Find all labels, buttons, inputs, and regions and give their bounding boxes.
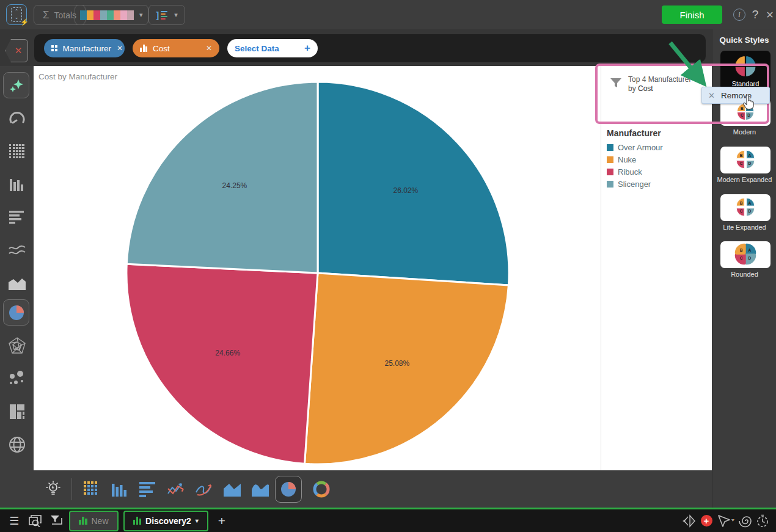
sort-icon: ] <box>156 10 167 20</box>
remove-field-icon[interactable]: ✕ <box>117 44 123 53</box>
quick-style-rounded[interactable]: ADCB <box>720 241 771 268</box>
legend-item[interactable]: Slicenger <box>607 180 712 189</box>
legend-item[interactable]: Ribuck <box>607 167 712 177</box>
lightning-icon: ⚡ <box>20 18 29 26</box>
viz-column-button[interactable] <box>106 476 133 503</box>
sidebar-item-grid[interactable] <box>0 138 34 165</box>
field-pill-tray: Manufacturer ✕ Cost ✕ Select Data + <box>34 34 706 62</box>
render-perf-button[interactable] <box>682 514 697 528</box>
remove-x-icon: ✕ <box>708 91 715 100</box>
info-button[interactable]: i <box>732 7 747 22</box>
quick-style-modern-expanded[interactable]: ADCB <box>720 147 771 173</box>
sidebar-item-area-chart[interactable] <box>0 270 34 297</box>
sidebar-item-radar-chart[interactable] <box>0 332 34 359</box>
spline-area-viz-icon <box>251 481 269 497</box>
quick-styles-title: Quick Styles <box>712 29 776 45</box>
search-dashboards-button[interactable] <box>28 514 43 528</box>
viz-line-button[interactable] <box>163 476 189 503</box>
notifications-badge[interactable]: + <box>699 514 714 528</box>
field-row: ✕ Manufacturer ✕ Cost ✕ Select Data + <box>0 29 776 66</box>
top-toolbar: ⌃⌄ ⚡ Σ Totals ▾ ] ▾ Finish i ? ✕ <box>0 0 776 29</box>
menu-button[interactable]: ☰ <box>7 514 21 528</box>
scatter-chart-icon <box>9 371 26 387</box>
color-palette-dropdown[interactable]: ▾ <box>75 5 148 25</box>
sidebar-item-treemap[interactable] <box>0 398 34 425</box>
filter-panel[interactable]: Top 4 Manufacturer by Cost ⋮ <box>601 66 712 123</box>
svg-text:B: B <box>740 248 743 252</box>
chart-right-column: Top 4 Manufacturer by Cost ⋮ Manufacture… <box>601 66 712 470</box>
timer-button[interactable] <box>755 514 770 528</box>
viz-grid-button[interactable] <box>78 476 105 503</box>
sidebar-item-bar-chart[interactable] <box>0 204 34 231</box>
viz-doughnut-button[interactable] <box>308 476 335 503</box>
viz-spline-area-button[interactable] <box>247 476 274 503</box>
filter-manager-button[interactable] <box>49 514 64 528</box>
legend-item[interactable]: Nuke <box>607 155 712 164</box>
toolbar-divider <box>71 478 72 500</box>
treemap-icon <box>9 404 25 420</box>
close-button[interactable]: ✕ <box>763 7 776 22</box>
svg-text:C: C <box>740 209 743 213</box>
palette-swatch <box>107 10 114 20</box>
sort-dropdown[interactable]: ] ▾ <box>148 5 185 25</box>
prism-icon <box>683 514 696 528</box>
chevron-down-icon[interactable]: ▾ <box>196 517 199 524</box>
bar-chart-icon <box>9 210 25 225</box>
chart-tab-icon <box>133 517 142 525</box>
quick-style-standard[interactable]: Standard <box>720 51 771 90</box>
tab-new[interactable]: New <box>69 511 119 531</box>
pie-slice-nuke[interactable] <box>305 273 509 464</box>
legend-item[interactable]: Over Armour <box>607 143 712 152</box>
grid-icon <box>9 144 25 159</box>
help-button[interactable]: ? <box>748 7 763 22</box>
gauge-icon <box>9 110 26 125</box>
select-data-pill[interactable]: Select Data + <box>227 39 318 57</box>
pie-slice-slicenger[interactable] <box>126 82 318 273</box>
pie-slice-label: 24.25% <box>222 181 247 190</box>
pie-plot: 26.02%25.08%24.66%24.25% <box>34 66 601 470</box>
pie-chart-icon <box>8 304 25 321</box>
dimension-grid-icon <box>51 45 57 51</box>
sidebar-item-line-chart[interactable] <box>0 237 34 264</box>
legend-swatch <box>607 169 613 175</box>
viz-area-button[interactable] <box>219 476 246 503</box>
field-pill-cost[interactable]: Cost ✕ <box>133 39 219 57</box>
sidebar-item-column-chart[interactable] <box>0 171 34 198</box>
insights-button[interactable] <box>40 476 67 503</box>
filter-line1: Top 4 Manufacturer <box>628 75 691 84</box>
pie-slice-label: 25.08% <box>385 359 410 368</box>
viz-bar-button[interactable] <box>134 476 161 503</box>
sidebar-item-insights[interactable] <box>3 72 29 98</box>
pointer-tool-button[interactable] <box>716 514 736 528</box>
system-tray: + <box>679 514 776 528</box>
collapse-fields-button[interactable]: ✕ <box>5 39 28 62</box>
legend: Manufacturer Over ArmourNukeRibuckSlicen… <box>601 124 712 192</box>
sidebar-item-pie-chart[interactable] <box>3 299 29 326</box>
remove-menu-item[interactable]: ✕ Remove <box>701 87 770 104</box>
tab-discovery2[interactable]: Discovery2 ▾ <box>123 511 208 531</box>
field-pill-label: Manufacturer <box>63 44 112 53</box>
quick-style-lite-expanded[interactable]: ADCB <box>720 194 771 221</box>
legend-swatch <box>607 144 613 151</box>
globe-icon <box>9 436 26 453</box>
pie-slice-ribuck[interactable] <box>126 264 318 464</box>
viz-spline-button[interactable] <box>191 476 218 503</box>
spiral-tool-button[interactable] <box>738 514 753 528</box>
pie-viz-icon <box>280 481 297 498</box>
sidebar-item-gauge[interactable] <box>0 104 34 131</box>
quick-settings-button[interactable]: ⌃⌄ ⚡ <box>6 4 27 25</box>
filter-description: Top 4 Manufacturer by Cost <box>628 75 691 93</box>
sidebar-item-map[interactable] <box>0 431 34 458</box>
legend-label: Nuke <box>618 155 636 164</box>
filter-menu-button[interactable]: ⋮ <box>699 75 707 79</box>
sidebar-item-scatter-chart[interactable] <box>0 365 34 392</box>
document-search-icon <box>29 515 42 527</box>
add-data-icon[interactable]: + <box>304 42 310 54</box>
pie-slice-over-armour[interactable] <box>318 82 509 285</box>
svg-text:C: C <box>741 113 744 117</box>
finish-button[interactable]: Finish <box>662 5 722 24</box>
new-tab-button[interactable]: + <box>218 514 225 528</box>
viz-pie-button-selected[interactable] <box>275 476 302 503</box>
remove-field-icon[interactable]: ✕ <box>206 44 212 53</box>
field-pill-manufacturer[interactable]: Manufacturer ✕ <box>44 39 125 57</box>
